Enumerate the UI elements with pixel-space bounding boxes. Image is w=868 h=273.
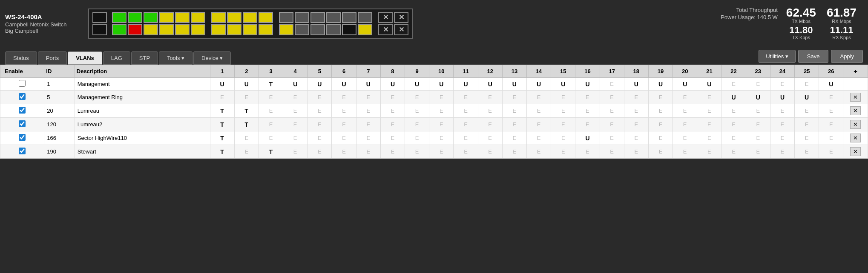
port-9-cell[interactable]: E bbox=[405, 131, 429, 145]
port-14-cell[interactable]: E bbox=[526, 145, 551, 159]
port-9-cell[interactable]: E bbox=[405, 104, 429, 118]
port-20-cell[interactable]: E bbox=[673, 104, 697, 118]
tab-tools[interactable]: Tools ▾ bbox=[159, 51, 193, 65]
port-6-cell[interactable]: E bbox=[332, 91, 356, 104]
port-17-cell[interactable]: E bbox=[600, 118, 624, 131]
port-16-cell[interactable]: E bbox=[575, 104, 600, 118]
port-26-cell[interactable]: E bbox=[819, 118, 843, 131]
delete-button[interactable]: ✕ bbox=[850, 93, 861, 102]
port-9-cell[interactable]: E bbox=[405, 118, 429, 131]
delete-button[interactable]: ✕ bbox=[850, 120, 861, 129]
port-19-cell[interactable]: E bbox=[648, 145, 673, 159]
port-1-cell[interactable]: T bbox=[210, 104, 234, 118]
port-24-cell[interactable]: E bbox=[770, 104, 794, 118]
port-12-cell[interactable]: E bbox=[478, 131, 502, 145]
port-22-cell[interactable]: E bbox=[721, 104, 746, 118]
port-5-cell[interactable]: E bbox=[308, 131, 332, 145]
port-26-cell[interactable]: U bbox=[819, 78, 843, 91]
port-8-cell[interactable]: U bbox=[380, 78, 405, 91]
port-20-cell[interactable]: E bbox=[673, 131, 697, 145]
port-26-cell[interactable]: E bbox=[819, 91, 843, 104]
port-5-cell[interactable]: E bbox=[308, 91, 332, 104]
port-15-cell[interactable]: E bbox=[551, 118, 575, 131]
port-20-cell[interactable]: U bbox=[673, 78, 697, 91]
port-22-cell[interactable]: E bbox=[721, 131, 746, 145]
port-8-cell[interactable]: E bbox=[380, 91, 405, 104]
port-5-cell[interactable]: E bbox=[308, 145, 332, 159]
col-add[interactable]: + bbox=[843, 65, 868, 78]
port-6-cell[interactable]: U bbox=[332, 78, 356, 91]
delete-cell[interactable]: ✕ bbox=[843, 91, 868, 104]
port-3-cell[interactable]: E bbox=[259, 118, 283, 131]
port-25-cell[interactable]: E bbox=[795, 78, 819, 91]
port-7-cell[interactable]: E bbox=[356, 131, 380, 145]
port-24-cell[interactable]: U bbox=[770, 91, 794, 104]
port-19-cell[interactable]: E bbox=[648, 104, 673, 118]
enable-checkbox[interactable] bbox=[19, 134, 26, 141]
port-26-cell[interactable]: E bbox=[819, 145, 843, 159]
port-11-cell[interactable]: E bbox=[454, 131, 478, 145]
delete-cell[interactable]: ✕ bbox=[843, 145, 868, 159]
port-17-cell[interactable]: E bbox=[600, 91, 624, 104]
delete-button[interactable]: ✕ bbox=[850, 147, 861, 156]
port-1-cell[interactable]: U bbox=[210, 78, 234, 91]
port-14-cell[interactable]: E bbox=[526, 131, 551, 145]
port-24-cell[interactable]: E bbox=[770, 118, 794, 131]
port-4-cell[interactable]: U bbox=[283, 78, 308, 91]
port-18-cell[interactable]: E bbox=[624, 118, 648, 131]
tab-device[interactable]: Device ▾ bbox=[193, 51, 231, 65]
port-21-cell[interactable]: E bbox=[697, 104, 721, 118]
port-7-cell[interactable]: E bbox=[356, 91, 380, 104]
port-5-cell[interactable]: E bbox=[308, 118, 332, 131]
enable-cell[interactable] bbox=[0, 91, 44, 104]
tab-stp[interactable]: STP bbox=[131, 51, 158, 65]
port-3-cell[interactable]: T bbox=[259, 145, 283, 159]
apply-button[interactable]: Apply bbox=[831, 50, 863, 63]
port-14-cell[interactable]: E bbox=[526, 118, 551, 131]
port-7-cell[interactable]: E bbox=[356, 104, 380, 118]
delete-cell[interactable] bbox=[843, 78, 868, 91]
save-button[interactable]: Save bbox=[798, 50, 829, 63]
port-19-cell[interactable]: E bbox=[648, 118, 673, 131]
port-1-cell[interactable]: E bbox=[210, 91, 234, 104]
port-6-cell[interactable]: E bbox=[332, 104, 356, 118]
port-13-cell[interactable]: U bbox=[502, 78, 526, 91]
port-3-cell[interactable]: E bbox=[259, 104, 283, 118]
port-3-cell[interactable]: E bbox=[259, 91, 283, 104]
tab-lag[interactable]: LAG bbox=[103, 51, 130, 65]
port-15-cell[interactable]: E bbox=[551, 145, 575, 159]
port-9-cell[interactable]: E bbox=[405, 91, 429, 104]
port-2-cell[interactable]: E bbox=[234, 145, 259, 159]
port-13-cell[interactable]: E bbox=[502, 91, 526, 104]
port-22-cell[interactable]: U bbox=[721, 91, 746, 104]
port-2-cell[interactable]: E bbox=[234, 131, 259, 145]
port-19-cell[interactable]: U bbox=[648, 78, 673, 91]
port-5-cell[interactable]: E bbox=[308, 104, 332, 118]
delete-button[interactable]: ✕ bbox=[850, 134, 861, 142]
delete-cell[interactable]: ✕ bbox=[843, 104, 868, 118]
port-2-cell[interactable]: U bbox=[234, 78, 259, 91]
port-22-cell[interactable]: E bbox=[721, 145, 746, 159]
port-15-cell[interactable]: E bbox=[551, 131, 575, 145]
port-10-cell[interactable]: E bbox=[429, 118, 454, 131]
port-20-cell[interactable]: E bbox=[673, 145, 697, 159]
port-14-cell[interactable]: U bbox=[526, 78, 551, 91]
port-18-cell[interactable]: U bbox=[624, 78, 648, 91]
port-2-cell[interactable]: T bbox=[234, 118, 259, 131]
port-4-cell[interactable]: E bbox=[283, 91, 308, 104]
port-18-cell[interactable]: E bbox=[624, 145, 648, 159]
port-11-cell[interactable]: E bbox=[454, 145, 478, 159]
port-24-cell[interactable]: E bbox=[770, 145, 794, 159]
port-1-cell[interactable]: T bbox=[210, 145, 234, 159]
port-25-cell[interactable]: U bbox=[795, 91, 819, 104]
port-10-cell[interactable]: E bbox=[429, 145, 454, 159]
port-8-cell[interactable]: E bbox=[380, 131, 405, 145]
enable-checkbox[interactable] bbox=[19, 93, 26, 100]
port-23-cell[interactable]: E bbox=[746, 145, 770, 159]
port-4-cell[interactable]: E bbox=[283, 145, 308, 159]
port-6-cell[interactable]: E bbox=[332, 145, 356, 159]
enable-checkbox[interactable] bbox=[19, 80, 26, 87]
port-1-cell[interactable]: T bbox=[210, 131, 234, 145]
port-19-cell[interactable]: E bbox=[648, 131, 673, 145]
delete-cell[interactable]: ✕ bbox=[843, 131, 868, 145]
